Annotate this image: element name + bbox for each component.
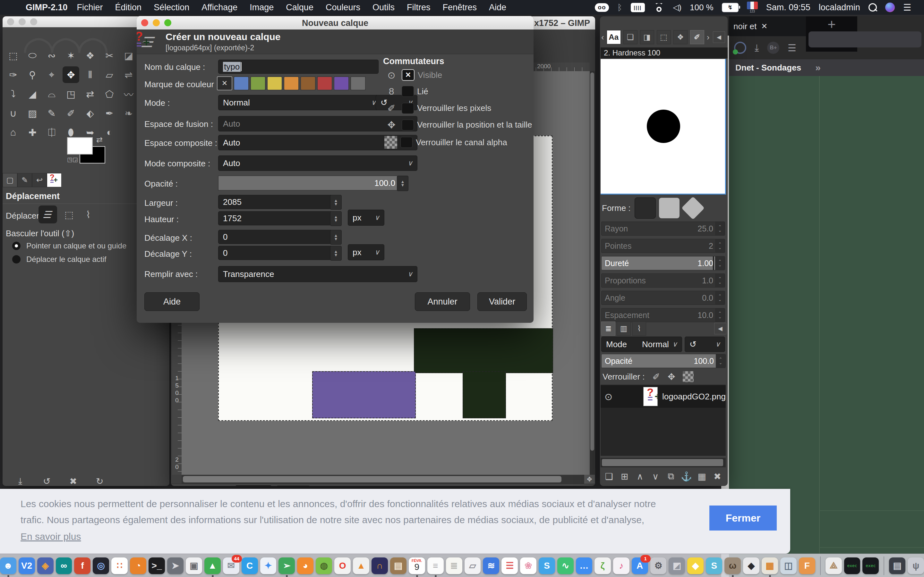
opacity-slider[interactable]: 100.0	[218, 176, 397, 190]
dock-docs[interactable]: ∷	[111, 558, 128, 574]
lower-layer-button[interactable]: ∨	[648, 469, 663, 484]
reset-tool-options-button[interactable]: ↻	[87, 476, 113, 486]
color-tag-yellow[interactable]	[267, 76, 282, 90]
battery-icon[interactable]: ↯	[722, 3, 738, 12]
dock-adium[interactable]: ζ	[594, 558, 611, 574]
tool-flip[interactable]: ⇄	[82, 85, 99, 102]
tool-heal[interactable]: ✚	[24, 124, 41, 141]
raise-layer-button[interactable]: ∧	[632, 469, 648, 484]
tool-shear[interactable]: ⤵	[5, 85, 21, 102]
dock-openoffice[interactable]: ≋	[483, 558, 499, 574]
v-scroll-thumb[interactable]	[590, 73, 594, 451]
dock-exec-1[interactable]: exec	[844, 558, 861, 574]
menu-filtres[interactable]: Filtres	[401, 0, 437, 15]
bluetooth-icon[interactable]: ᛒ	[617, 3, 622, 13]
color-tag-brown[interactable]	[300, 76, 316, 90]
size-unit-dropdown[interactable]: px∨	[348, 210, 384, 226]
dock-terminal[interactable]: >_	[149, 558, 165, 574]
radio-row-2[interactable]: Déplacer le calque actif	[12, 255, 106, 264]
dock-system-prefs[interactable]: ⚙	[650, 558, 667, 574]
switch-visible[interactable]: ⊙ ✕ Visible	[384, 69, 442, 81]
wifi-icon[interactable]	[653, 3, 665, 12]
dock-broadcast[interactable]: ∿	[557, 558, 573, 574]
layer-row[interactable]: ⊙ ? = + logoapdGO2.png	[601, 385, 726, 408]
color-tag-blue[interactable]	[234, 76, 249, 90]
layer-visible-eye-icon[interactable]: ⊙	[604, 391, 612, 402]
cookie-learn-more-link[interactable]: En savoir plus	[21, 531, 81, 542]
default-colors-icon[interactable]: ◳◲	[67, 156, 78, 163]
tool-paintbrush[interactable]: ✐	[63, 105, 79, 121]
tab-selection[interactable]: ⬚	[657, 30, 671, 44]
opacity-spinner[interactable]: ▲▼	[397, 176, 409, 191]
width-input[interactable]: 2085	[218, 195, 340, 209]
lock-pixels-icon[interactable]: ✐	[653, 372, 660, 382]
help-button[interactable]: Aide	[144, 292, 200, 311]
slider-pointes[interactable]: Pointes 2⌃⌄	[601, 239, 725, 253]
tool-move[interactable]: ✥	[63, 66, 79, 83]
dock-fontforge[interactable]: f	[74, 558, 90, 574]
layer-name-input[interactable]: typo	[218, 60, 379, 74]
tool-fuzzy-select[interactable]: ✶	[63, 47, 79, 64]
menu-outils[interactable]: Outils	[367, 0, 401, 15]
mode-reset-button[interactable]: ↺∨	[685, 337, 725, 352]
dock-audacity[interactable]: ∩	[372, 558, 388, 574]
save-tool-options-button[interactable]: ⤓	[7, 476, 34, 486]
tab-brush-editor[interactable]: ✐	[690, 30, 704, 44]
dock-c-app[interactable]: C	[242, 558, 258, 574]
tool-pencil[interactable]: ✎	[43, 105, 60, 121]
slider-durete[interactable]: Dureté 1.00 ⌃⌄	[601, 256, 725, 270]
dock-paperplane[interactable]: ➢	[278, 558, 295, 574]
layer-mode-dropdown[interactable]: Mode Normal∨	[601, 337, 682, 352]
lock-position-icon[interactable]: ✥	[668, 372, 675, 382]
dock-exec-2[interactable]: exec	[863, 558, 879, 574]
switch-lock-position[interactable]: ✥ Verrouiller la position et la taille	[384, 119, 532, 131]
delete-layer-button[interactable]: ✖	[710, 469, 725, 484]
dock-skype[interactable]: S	[539, 558, 555, 574]
dock-preview[interactable]: ◫	[780, 558, 796, 574]
tab-fonts[interactable]: Aa	[607, 30, 621, 44]
slider-angle[interactable]: Angle 0.0⌃⌄	[601, 291, 725, 305]
layer-opacity-slider[interactable]: Opacité 100.0⌃⌄	[601, 354, 726, 368]
dock-photos[interactable]: ❀	[520, 558, 536, 574]
tab-channels[interactable]: ▥	[617, 322, 631, 335]
scroll-thumb[interactable]	[602, 459, 723, 466]
lock-pixels-checkbox[interactable]	[402, 103, 414, 114]
dock-calculator[interactable]: ▦	[762, 558, 778, 574]
tool-color-picker[interactable]: ✑	[5, 66, 21, 83]
dock-blender[interactable]: ◔	[130, 558, 146, 574]
download-icon[interactable]: ⤓	[754, 42, 759, 53]
color-tag-green[interactable]	[250, 76, 266, 90]
bookmarks-overflow-icon[interactable]: »	[815, 62, 821, 73]
tool-eraser[interactable]: ⬖	[82, 105, 99, 121]
tab-patterns[interactable]: ❖	[674, 30, 688, 44]
restore-tool-options-button[interactable]: ↺	[34, 476, 60, 486]
dock-trash[interactable]: ψ	[908, 558, 924, 574]
menu-calque[interactable]: Calque	[280, 0, 320, 15]
menu-fichier[interactable]: Fichier	[71, 0, 109, 15]
tool-ellipse-select[interactable]: ⬭	[24, 47, 41, 64]
dock-filezilla[interactable]: ▲	[204, 558, 221, 574]
dock-sketch[interactable]: S	[706, 558, 722, 574]
merge-layer-button[interactable]: ▦	[694, 469, 710, 484]
tabs-scroll-left-icon[interactable]: ‹	[601, 32, 604, 42]
siri-icon[interactable]	[885, 3, 895, 12]
forme-circle[interactable]	[635, 197, 656, 219]
height-input[interactable]: 1752	[218, 211, 340, 226]
dock-opera[interactable]: O	[334, 558, 351, 574]
tool-scissors-select[interactable]: ✂	[101, 47, 118, 64]
tab-layers[interactable]: ≣	[601, 322, 615, 335]
tool-align[interactable]: ⫴	[82, 66, 99, 83]
slider-rayon[interactable]: Rayon 25.0⌃⌄	[601, 221, 725, 235]
dock-cyberduck[interactable]: ◆	[687, 558, 704, 574]
menu-image[interactable]: Image	[244, 0, 280, 15]
linked-checkbox[interactable]	[402, 86, 414, 97]
switch-linked[interactable]: 8 Lié	[384, 86, 428, 97]
dock-textedit[interactable]: ≡	[427, 558, 444, 574]
tool-gradient[interactable]: ▨	[24, 105, 41, 121]
tab-gradient[interactable]: ◨	[640, 30, 654, 44]
tool-warp[interactable]: 〰	[120, 85, 137, 102]
swap-colors-icon[interactable]: ⇄	[96, 135, 103, 144]
dock-appstore[interactable]: A1	[632, 558, 648, 574]
tool-crop[interactable]: ▱	[101, 66, 118, 83]
move-selection-button[interactable]: ⬚	[61, 207, 76, 222]
